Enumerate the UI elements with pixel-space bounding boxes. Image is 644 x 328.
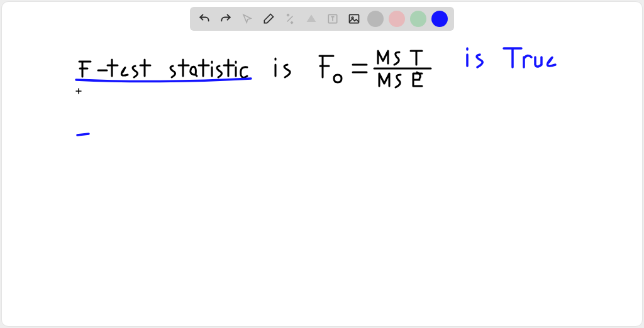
stroke-plus (76, 89, 81, 94)
stroke-dash (77, 134, 89, 135)
stroke-F (79, 62, 91, 77)
whiteboard-canvas[interactable] (2, 2, 642, 326)
handwriting-layer (2, 2, 642, 326)
stroke-underline (76, 79, 251, 82)
